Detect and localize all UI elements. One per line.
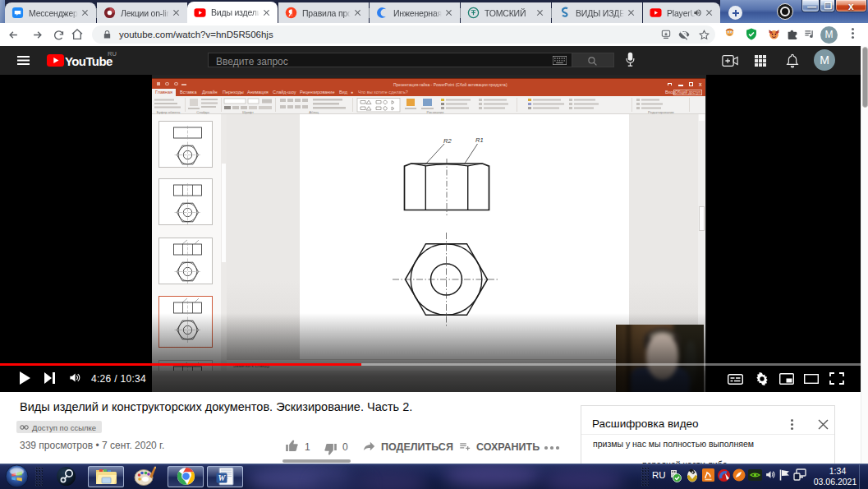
svg-text:Абзац: Абзац: [309, 110, 319, 114]
svg-text:Шрифт: Шрифт: [242, 110, 254, 114]
svg-text:W: W: [218, 473, 227, 482]
svg-text:R2: R2: [443, 137, 452, 145]
svg-text:Буфер обмена: Буфер обмена: [157, 110, 181, 114]
svg-text:Слайды: Слайды: [196, 110, 209, 114]
svg-text:R1: R1: [475, 136, 484, 144]
svg-text:Рисование: Рисование: [426, 110, 444, 114]
svg-text:Редактирование: Редактирование: [648, 110, 675, 114]
